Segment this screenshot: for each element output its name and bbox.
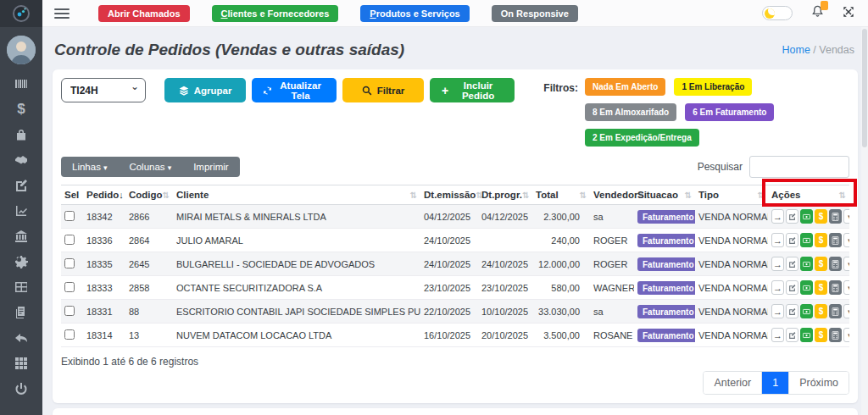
sort-header-codigo[interactable]: Codigo⇅	[125, 185, 173, 205]
filter-badge-liberacao[interactable]: 1 Em Liberação	[674, 78, 752, 96]
edit-order-button[interactable]	[786, 257, 798, 271]
goto-order-button[interactable]: →	[771, 209, 784, 224]
more-actions-dropdown[interactable]: ▾	[843, 233, 849, 247]
table-row[interactable]: 18314 13 NUVEM DATACOM LOCACAO LTDA 16/1…	[61, 324, 849, 347]
calculator-button[interactable]	[829, 209, 842, 224]
more-actions-dropdown[interactable]: ▾	[843, 280, 849, 295]
goto-order-button[interactable]: →	[771, 257, 784, 271]
more-actions-dropdown[interactable]: ▾	[843, 328, 849, 342]
sidebar-item-financeiro[interactable]: $	[0, 97, 42, 122]
sidebar-item-editar[interactable]	[0, 173, 42, 198]
scrollbar-thumb[interactable]	[862, 29, 867, 147]
billing-button[interactable]	[800, 257, 813, 271]
filter-badge-em-aberto[interactable]: Nada Em Aberto	[585, 78, 665, 96]
table-row[interactable]: 18331 88 ESCRITORIO CONTABIL JAPI SOCIED…	[61, 300, 849, 324]
sort-header-cliente[interactable]: Cliente⇅	[173, 185, 420, 205]
billing-button[interactable]	[800, 304, 813, 318]
filter-badge-faturamento[interactable]: 6 Em Faturamento	[685, 103, 774, 121]
sort-header-vendedor[interactable]: Vendedor⇅	[590, 185, 634, 205]
imprimir-button[interactable]: Imprimir	[182, 157, 240, 177]
billing-button[interactable]	[800, 328, 813, 342]
nav-button-on-responsive[interactable]: On Responsive	[492, 5, 578, 22]
calculator-button[interactable]	[829, 233, 842, 247]
linhas-dropdown-button[interactable]: Linhas▾	[61, 157, 118, 177]
atualizar-tela-button[interactable]: Atualizar Tela	[252, 78, 337, 102]
search-input[interactable]	[749, 156, 849, 178]
calculator-button[interactable]	[829, 257, 842, 271]
more-actions-dropdown[interactable]: ▾	[843, 304, 849, 318]
sidebar-item-modulos[interactable]	[0, 351, 42, 376]
filter-badge-expedicao[interactable]: 2 Em Expedição/Entrega	[585, 129, 699, 147]
table-row[interactable]: 18335 2645 BULGARELLI - SOCIEDADE DE ADV…	[61, 252, 849, 276]
payment-button[interactable]: $	[815, 304, 827, 318]
sidebar-item-tabelas[interactable]	[0, 274, 42, 300]
payment-button[interactable]: $	[815, 209, 827, 224]
agrupar-button[interactable]: Agrupar	[164, 78, 246, 102]
payment-button[interactable]: $	[815, 257, 827, 271]
row-select-checkbox[interactable]	[64, 211, 75, 221]
goto-order-button[interactable]: →	[771, 233, 784, 247]
billing-button[interactable]	[800, 209, 813, 224]
pagination-page-1[interactable]: 1	[761, 372, 788, 394]
more-actions-dropdown[interactable]: ▾	[843, 209, 849, 224]
sidebar-item-documentos[interactable]	[0, 300, 42, 325]
menu-toggle-icon[interactable]	[54, 6, 70, 21]
breadcrumb-home-link[interactable]: Home	[782, 44, 810, 56]
billing-button[interactable]	[800, 280, 813, 295]
edit-order-button[interactable]	[786, 280, 798, 295]
period-select[interactable]: TI24H	[61, 78, 146, 102]
pagination-next-button[interactable]: Próximo	[788, 372, 849, 394]
calculator-button[interactable]	[829, 328, 842, 342]
calculator-button[interactable]	[829, 280, 842, 295]
goto-order-button[interactable]: →	[771, 304, 784, 318]
table-row[interactable]: 18333 2858 OCTANTE SECURITIZADORA S.A 23…	[61, 276, 849, 300]
dark-mode-toggle[interactable]	[762, 6, 793, 20]
row-select-checkbox[interactable]	[64, 306, 75, 316]
sort-header-tipo[interactable]: Tipo⇅	[695, 185, 768, 205]
filter-badge-almoxarifado[interactable]: 8 Em Almoxarifado	[585, 103, 676, 121]
app-logo[interactable]	[0, 0, 42, 27]
sort-header-total[interactable]: Total⇅	[532, 185, 590, 205]
sidebar-item-compras[interactable]	[0, 122, 42, 147]
fullscreen-button[interactable]	[843, 6, 854, 21]
nav-button-produtos-servicos[interactable]: Produtos e Serviços	[360, 5, 469, 22]
payment-button[interactable]: $	[815, 233, 827, 247]
sidebar-item-barcode[interactable]	[0, 71, 42, 97]
incluir-pedido-button[interactable]: + Incluir Pedido	[430, 78, 515, 102]
table-row[interactable]: 18342 2866 MIRAI METALS & MINERALS LTDA …	[61, 205, 849, 229]
nav-button-clientes-fornecedores[interactable]: Clientes e Fornecedores	[212, 5, 339, 22]
sidebar-item-configuracoes[interactable]	[0, 249, 42, 274]
pagination-previous-button[interactable]: Anterior	[704, 372, 761, 394]
sort-header-pedido[interactable]: Pedido↓	[83, 185, 125, 205]
payment-button[interactable]: $	[815, 280, 827, 295]
row-select-checkbox[interactable]	[64, 258, 75, 268]
sort-header-acoes[interactable]: Ações⇅	[768, 185, 849, 205]
billing-button[interactable]	[800, 233, 813, 247]
edit-order-button[interactable]	[786, 209, 798, 224]
sidebar-item-fiscal[interactable]	[0, 224, 42, 249]
sidebar-item-negocios[interactable]	[0, 147, 42, 173]
nav-button-abrir-chamados[interactable]: Abrir Chamados	[98, 5, 190, 22]
sort-header-dt-emissao[interactable]: Dt.emissão⇅	[420, 185, 478, 205]
sidebar-item-voltar[interactable]	[0, 325, 42, 351]
edit-order-button[interactable]	[786, 233, 798, 247]
calculator-button[interactable]	[829, 304, 842, 318]
user-avatar[interactable]	[7, 36, 36, 64]
notifications-button[interactable]	[811, 5, 824, 21]
sidebar-item-sair[interactable]	[0, 376, 42, 401]
goto-order-button[interactable]: →	[771, 280, 784, 295]
row-select-checkbox[interactable]	[64, 329, 75, 340]
edit-order-button[interactable]	[786, 328, 798, 342]
colunas-dropdown-button[interactable]: Colunas▾	[118, 157, 182, 177]
sort-header-dt-progr[interactable]: Dt.progr.⇅	[478, 185, 532, 205]
row-select-checkbox[interactable]	[64, 235, 75, 245]
sidebar-item-relatorios[interactable]	[0, 198, 42, 224]
edit-order-button[interactable]	[786, 304, 798, 318]
payment-button[interactable]: $	[815, 328, 827, 342]
row-select-checkbox[interactable]	[64, 282, 75, 292]
more-actions-dropdown[interactable]: ▾	[843, 257, 849, 271]
vertical-scrollbar[interactable]	[861, 27, 868, 415]
table-row[interactable]: 18336 2864 JULIO AMARAL 24/10/2025 240,0…	[61, 229, 849, 252]
sort-header-situacao[interactable]: Situacao⇅	[634, 185, 695, 205]
filtrar-button[interactable]: Filtrar	[342, 78, 424, 102]
